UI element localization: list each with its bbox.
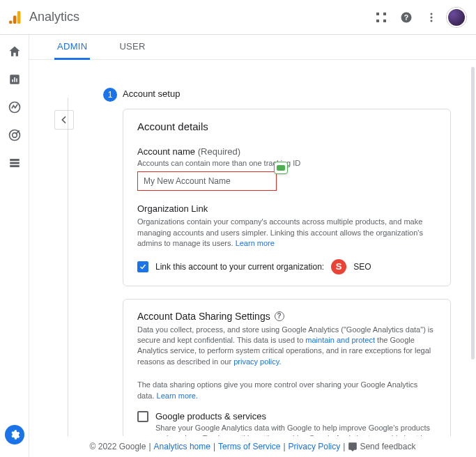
svg-point-10 — [431, 13, 433, 15]
privacy-policy-link[interactable]: privacy policy. — [233, 357, 281, 366]
more-icon[interactable] — [420, 6, 443, 29]
advertising-icon[interactable] — [8, 128, 22, 142]
analytics-logo-icon — [8, 10, 24, 25]
svg-rect-20 — [10, 159, 20, 161]
help-tooltip-icon[interactable]: ? — [275, 311, 284, 321]
sharing-learn-more-link[interactable]: Learn more. — [157, 392, 198, 400]
tos-link[interactable]: Terms of Service — [218, 442, 280, 451]
svg-rect-22 — [10, 165, 20, 167]
logo[interactable]: Analytics — [8, 10, 79, 25]
svg-rect-6 — [376, 20, 379, 22]
svg-rect-4 — [380, 13, 383, 15]
sharing-heading: Account Data Sharing Settings — [137, 311, 270, 322]
svg-point-11 — [431, 16, 433, 18]
step-number: 1 — [103, 88, 117, 102]
svg-point-12 — [431, 20, 433, 22]
home-icon[interactable] — [8, 45, 22, 59]
send-feedback-link[interactable]: Send feedback — [348, 442, 415, 451]
scrollbar[interactable] — [471, 67, 475, 359]
svg-rect-5 — [383, 13, 386, 15]
admin-gear-icon[interactable] — [5, 425, 24, 444]
left-rail — [0, 35, 29, 457]
org-link-heading: Organization Link — [137, 203, 436, 214]
analytics-home-link[interactable]: Analytics home — [154, 442, 210, 451]
configure-icon[interactable] — [8, 156, 22, 170]
svg-rect-16 — [16, 79, 17, 82]
link-org-label: Link this account to your current organi… — [155, 262, 324, 272]
account-name-input[interactable] — [137, 171, 277, 191]
account-name-label: Account name (Required) — [137, 146, 436, 157]
help-icon[interactable]: ? — [395, 6, 417, 29]
back-button[interactable] — [54, 110, 74, 130]
svg-rect-1 — [13, 15, 17, 24]
copyright: © 2022 Google — [90, 442, 146, 451]
tab-admin[interactable]: ADMIN — [54, 35, 90, 60]
svg-rect-3 — [376, 13, 379, 15]
sharing-desc2: The data sharing options give you more c… — [137, 380, 436, 401]
sub-tabs: ADMIN USER — [29, 35, 476, 60]
account-details-heading: Account details — [137, 121, 436, 132]
tab-user[interactable]: USER — [116, 35, 148, 60]
org-badge: S — [331, 259, 346, 274]
svg-rect-7 — [383, 20, 386, 22]
google-products-checkbox[interactable] — [137, 411, 148, 422]
main-area: 1 Account setup Account details Account … — [29, 60, 476, 436]
step-title: Account setup — [123, 88, 180, 99]
org-learn-more-link[interactable]: Learn more — [236, 239, 275, 247]
sharing-desc: Data you collect, process, and store usi… — [137, 325, 436, 368]
topbar: Analytics ? — [0, 0, 476, 35]
reports-icon[interactable] — [8, 72, 22, 86]
google-products-title: Google products & services — [155, 411, 436, 421]
password-manager-icon[interactable] — [274, 162, 288, 174]
footer: © 2022 Google | Analytics home | Terms o… — [29, 436, 476, 457]
svg-text:?: ? — [404, 13, 408, 21]
app-title: Analytics — [29, 10, 79, 24]
svg-rect-14 — [12, 79, 13, 82]
org-link-help: Organizations contain your company's acc… — [137, 217, 436, 249]
account-avatar[interactable] — [445, 6, 468, 29]
link-org-checkbox[interactable] — [137, 261, 148, 272]
svg-point-2 — [9, 20, 13, 24]
explore-icon[interactable] — [8, 100, 22, 114]
data-sharing-card: Account Data Sharing Settings ? Data you… — [123, 299, 451, 436]
privacy-link[interactable]: Privacy Policy — [289, 442, 341, 451]
org-name: SEO — [353, 262, 371, 272]
maintain-protect-link[interactable]: maintain and protect — [305, 336, 375, 344]
account-details-card: Account details Account name (Required) … — [123, 109, 451, 286]
apps-icon[interactable] — [370, 6, 392, 29]
google-products-desc: Share your Google Analytics data with Go… — [155, 423, 436, 436]
svg-rect-15 — [14, 77, 15, 82]
svg-rect-21 — [10, 162, 20, 164]
svg-rect-0 — [17, 10, 21, 23]
